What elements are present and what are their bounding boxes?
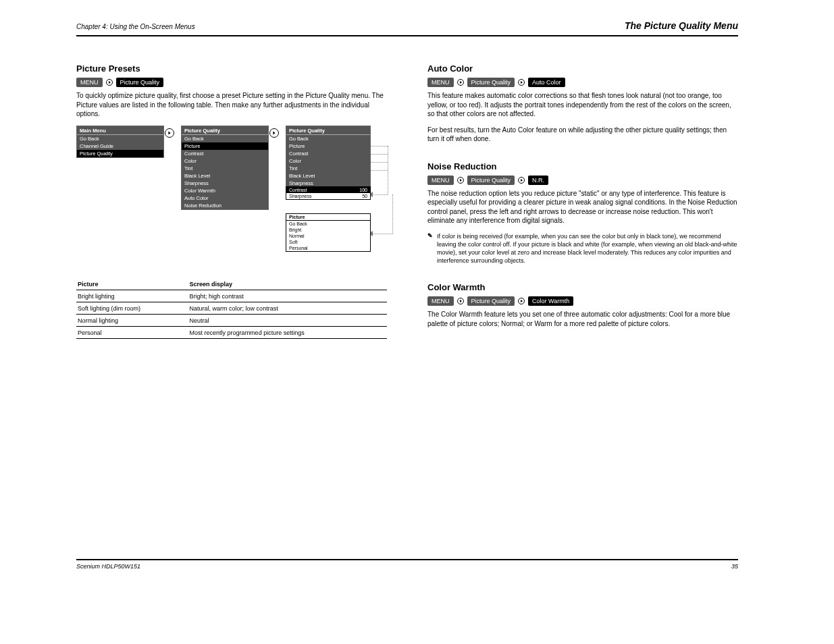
menu-box-main: Main Menu Go Back Channel Guide Picture … — [76, 126, 164, 158]
chapter-label: Chapter 4: Using the On-Screen Menus — [76, 23, 195, 30]
note-text: If color is being received (for example,… — [437, 232, 738, 265]
menu-item: Go Back — [77, 135, 163, 142]
footer-page-number: 35 — [731, 563, 738, 570]
menu-item: Sharpness — [182, 180, 268, 187]
menu-title: Picture Quality — [182, 126, 268, 135]
breadcrumb-picturequality: Picture Quality — [467, 176, 515, 185]
connector-line — [371, 146, 388, 146]
menu-item: Black Level — [286, 172, 370, 180]
breadcrumb-colorwarmth: Color Warmth — [528, 296, 573, 306]
menu-item: Contrast — [182, 150, 268, 157]
menu-item: Bright — [286, 227, 370, 233]
menu-item: Picture — [182, 142, 268, 150]
chevron-right-icon — [457, 297, 465, 305]
menu-title: Picture Quality — [286, 126, 370, 135]
menu-item: Tint — [286, 165, 370, 172]
menu-box-picture: Picture Go Back Bright Normal Soft Perso… — [286, 213, 371, 252]
menu-item: Black Level — [182, 172, 268, 180]
chevron-right-icon — [517, 297, 525, 305]
chevron-right-icon — [517, 176, 525, 184]
color-warmth-desc: The Color Warmth feature lets you set on… — [427, 310, 738, 328]
menu-title: Picture — [286, 214, 370, 221]
table-row: Normal lightingNeutral — [76, 314, 387, 326]
menu-item: Tint — [182, 165, 268, 172]
menu-item: Go Back — [286, 135, 370, 142]
menu-item: Color Warmth — [182, 187, 268, 194]
adjust-row: Contrast100 — [286, 187, 370, 193]
auto-color-desc2: For best results, turn the Auto Color fe… — [427, 126, 738, 144]
connector-line — [372, 234, 392, 234]
connector-line — [371, 162, 388, 163]
footer-product: Scenium HDLP50W151 — [76, 563, 140, 570]
breadcrumb-picturequality: Picture Quality — [467, 78, 515, 87]
note-icon: ✎ — [427, 232, 437, 265]
connector-line — [388, 146, 388, 194]
breadcrumb-menu: MENU — [427, 78, 454, 87]
breadcrumb-picture-presets: MENU Picture Quality — [76, 78, 387, 87]
menu-item: Picture Quality — [77, 150, 163, 157]
auto-color-title: Auto Color — [427, 63, 738, 74]
menu-box-picture-quality-sub: Picture Quality Go Back Picture Contrast… — [286, 126, 371, 195]
table-row: PersonalMost recently programmed picture… — [76, 326, 387, 338]
chevron-right-icon — [269, 128, 279, 138]
connector-line — [371, 170, 388, 171]
menu-box-picture-quality: Picture Quality Go Back Picture Contrast… — [181, 126, 269, 210]
menu-item: Contrast — [286, 150, 370, 157]
breadcrumb-autocolor: Auto Color — [528, 78, 565, 87]
menu-item: Normal — [286, 233, 370, 239]
menu-item: Channel Guide — [77, 142, 163, 150]
table-header: Picture — [76, 278, 188, 290]
color-warmth-title: Color Warmth — [427, 282, 738, 292]
chevron-right-icon — [517, 78, 525, 86]
menu-item: Go Back — [182, 135, 268, 142]
menu-item: Color — [286, 157, 370, 165]
menu-item: Picture — [286, 142, 370, 150]
menu-item: Color — [182, 157, 268, 165]
picture-presets-title: Picture Presets — [76, 63, 387, 74]
breadcrumb-nr: N.R. — [528, 176, 548, 185]
breadcrumb-color-warmth: MENU Picture Quality Color Warmth — [427, 296, 738, 306]
chevron-right-icon — [165, 128, 174, 138]
auto-color-desc: This feature makes automatic color corre… — [427, 91, 738, 119]
breadcrumb-menu: MENU — [427, 296, 454, 306]
menu-item: Noise Reduction — [182, 202, 268, 209]
connector-line — [371, 154, 388, 155]
menu-item: Go Back — [286, 221, 370, 227]
connector-line — [372, 194, 388, 195]
right-column: Auto Color MENU Picture Quality Auto Col… — [427, 46, 738, 339]
breadcrumb-picturequality: Picture Quality — [116, 78, 164, 87]
menu-box-adjust: Contrast100 Sharpness50 — [286, 186, 371, 200]
breadcrumb-menu: MENU — [427, 176, 454, 185]
chevron-right-icon — [457, 78, 465, 86]
connector-line — [392, 194, 393, 234]
adjust-row: Sharpness50 — [286, 193, 370, 199]
table-header: Screen display — [188, 278, 387, 290]
chevron-right-icon — [457, 176, 465, 184]
picture-presets-table: PictureScreen display Bright lightingBri… — [76, 278, 387, 339]
table-row: Soft lighting (dim room)Natural, warm co… — [76, 302, 387, 314]
menu-diagram: Main Menu Go Back Channel Guide Picture … — [76, 126, 387, 274]
picture-presets-desc: To quickly optimize picture quality, fir… — [76, 91, 387, 119]
menu-item: Soft — [286, 239, 370, 245]
noise-reduction-title: Noise Reduction — [427, 161, 738, 171]
menu-item: Personal — [286, 245, 370, 251]
menu-title: Main Menu — [77, 126, 163, 135]
page-header: Chapter 4: Using the On-Screen Menus The… — [76, 20, 738, 36]
noise-reduction-desc: The noise reduction option lets you redu… — [427, 189, 738, 225]
breadcrumb-noise-reduction: MENU Picture Quality N.R. — [427, 176, 738, 185]
noise-reduction-note: ✎ If color is being received (for exampl… — [427, 232, 738, 265]
breadcrumb-auto-color: MENU Picture Quality Auto Color — [427, 78, 738, 87]
page-section-title: The Picture Quality Menu — [625, 20, 738, 31]
page-footer: Scenium HDLP50W151 35 — [76, 559, 738, 570]
menu-item: Auto Color — [182, 194, 268, 202]
left-column: Picture Presets MENU Picture Quality To … — [76, 46, 387, 339]
breadcrumb-menu: MENU — [76, 78, 103, 87]
table-row: Bright lightingBright; high contrast — [76, 290, 387, 302]
breadcrumb-picturequality: Picture Quality — [467, 296, 515, 306]
chevron-right-icon — [105, 78, 113, 86]
